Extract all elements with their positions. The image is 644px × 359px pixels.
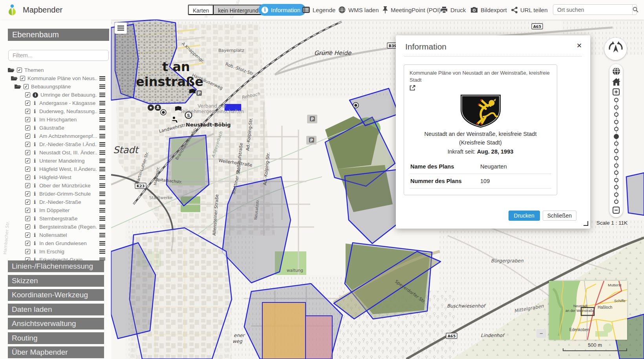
layer-menu-icon[interactable] <box>99 216 105 221</box>
tree-layer-label[interactable]: Neustadt Ost, III. Änder... <box>39 150 97 156</box>
layer-menu-icon[interactable] <box>99 192 105 196</box>
accordion-header[interactable]: Daten laden <box>8 304 104 315</box>
tree-layer-label[interactable]: Duderweg, Neufassung... <box>39 108 97 114</box>
layer-checkbox[interactable] <box>25 224 30 229</box>
layer-checkbox[interactable] <box>25 134 30 139</box>
info-icon[interactable]: i <box>33 117 37 123</box>
tree-layer-label[interactable]: Bergsteinstraße (Regen... <box>39 224 97 230</box>
info-icon[interactable]: i <box>33 224 37 230</box>
tree-layer-row[interactable]: iAndergasse - Käsgasse <box>0 99 111 107</box>
tree-layer-label[interactable]: Hägfeld West, II.Änderu... <box>39 166 97 172</box>
accordion-header[interactable]: Routing <box>8 332 104 344</box>
rotation-compass-control[interactable] <box>604 38 627 60</box>
layer-menu-icon[interactable] <box>99 117 105 122</box>
tree-folder-label[interactable]: Kommunale Pläne von Neus... <box>27 75 97 81</box>
accordion-header[interactable]: Koordinaten-Werkzeug <box>8 289 104 301</box>
layer-filter-input[interactable] <box>8 50 109 61</box>
layer-checkbox[interactable] <box>25 183 30 188</box>
tree-layer-label[interactable]: Hägfeld-West <box>39 174 71 180</box>
tree-layer-label[interactable]: Im Döppelter <box>39 207 70 213</box>
home-button[interactable] <box>612 78 620 86</box>
zoom-level-dot[interactable] <box>614 134 619 139</box>
external-link-icon[interactable] <box>410 85 415 92</box>
tree-folder-row[interactable]: Themen <box>0 66 111 74</box>
info-icon[interactable]: i <box>33 183 37 189</box>
layer-menu-icon[interactable] <box>99 142 105 147</box>
tree-layer-label[interactable]: Dr.-Nieder-Straße <box>39 199 81 205</box>
information-button[interactable]: i Information <box>258 4 306 16</box>
zoom-level-dot[interactable] <box>614 149 618 153</box>
layer-checkbox[interactable] <box>25 167 30 172</box>
zoom-level-dot[interactable] <box>614 120 618 124</box>
info-icon[interactable]: i <box>33 207 37 213</box>
zoom-to-extent-button[interactable] <box>612 67 620 75</box>
layer-checkbox[interactable] <box>25 125 30 130</box>
tree-layer-label[interactable]: Nollensattel <box>39 232 67 238</box>
tree-layer-row[interactable]: iIm Hirschgarten <box>0 115 111 124</box>
tree-layer-row[interactable]: iNeustadt Ost, III. Änder... <box>0 148 111 157</box>
close-icon[interactable] <box>574 41 584 50</box>
meetingpoint-button[interactable]: MeetingPoint (POI) <box>382 0 441 20</box>
layer-menu-icon[interactable] <box>99 84 105 89</box>
info-icon[interactable]: i <box>33 100 37 106</box>
layer-checkbox[interactable] <box>25 150 30 155</box>
layer-menu-icon[interactable] <box>99 249 105 254</box>
tree-layer-label[interactable]: Andergasse - Käsgasse <box>39 100 95 106</box>
tree-layer-row[interactable]: iSternbergstraße <box>0 214 111 223</box>
layer-checkbox[interactable] <box>25 117 30 122</box>
zoom-level-dot[interactable] <box>614 156 618 160</box>
zoom-level-dot[interactable] <box>614 170 618 175</box>
layer-menu-icon[interactable] <box>99 93 105 97</box>
tree-layer-label[interactable]: Umringe der Bebauung... <box>40 92 97 98</box>
accordion-header[interactable]: Linien-/Flächenmessung <box>8 260 104 272</box>
layer-checkbox[interactable] <box>25 241 30 246</box>
layer-checkbox[interactable] <box>25 175 30 180</box>
tree-layer-row[interactable]: iDr.-Nieder-Straße I.Änd... <box>0 140 111 148</box>
layer-checkbox[interactable] <box>25 208 30 213</box>
info-icon[interactable]: i <box>33 216 37 222</box>
info-icon[interactable]: i <box>33 240 37 246</box>
accordion-header[interactable]: Skizzen <box>8 275 104 287</box>
layer-menu-icon[interactable] <box>99 159 105 163</box>
tree-layer-row[interactable]: iIn den Grundwiesen <box>0 239 111 247</box>
tree-layer-row[interactable]: iIm Erschig <box>0 247 111 256</box>
layer-menu-icon[interactable] <box>99 233 105 237</box>
layer-menu-icon[interactable] <box>99 134 105 138</box>
zoom-level-dot[interactable] <box>614 98 618 102</box>
tree-layer-label[interactable]: In den Grundwiesen <box>39 240 87 246</box>
drucken-button[interactable]: Drucken <box>509 211 540 221</box>
info-icon[interactable]: i <box>33 141 37 147</box>
layer-menu-icon[interactable] <box>99 167 105 171</box>
layer-checkbox[interactable] <box>20 76 25 81</box>
zoom-level-dot[interactable] <box>614 112 618 117</box>
info-icon[interactable]: i <box>33 249 37 255</box>
zoom-out-button[interactable] <box>613 207 620 214</box>
info-icon[interactable]: i <box>33 191 37 197</box>
layer-menu-icon[interactable] <box>99 200 105 204</box>
layer-checkbox[interactable] <box>25 158 30 163</box>
tree-layer-label[interactable]: Im Hirschgarten <box>39 117 77 123</box>
zoom-level-dot[interactable] <box>614 163 618 168</box>
info-icon[interactable]: i <box>33 232 37 238</box>
info-icon[interactable]: i <box>33 133 37 139</box>
info-icon[interactable]: i <box>33 199 37 205</box>
accordion-header[interactable]: Ansichtsverwaltung <box>8 318 104 330</box>
layer-checkbox[interactable] <box>25 109 30 114</box>
zoom-in-button[interactable] <box>613 88 620 95</box>
info-icon[interactable]: i <box>33 158 37 164</box>
info-icon[interactable]: i <box>33 174 37 180</box>
overview-map[interactable]: MutterstSchiffeHaßlochNeustadtan der Wei… <box>549 281 627 340</box>
tree-layer-row[interactable]: iHägfeld West, II.Änderu... <box>0 165 111 173</box>
tree-layer-label[interactable]: Gäustraße <box>39 125 64 131</box>
accordion-header[interactable]: Über Mapbender <box>8 346 104 358</box>
zoom-level-dot[interactable] <box>614 178 618 182</box>
zoom-level-dot[interactable] <box>614 200 618 204</box>
layer-menu-icon[interactable] <box>99 109 105 114</box>
layer-checkbox[interactable] <box>25 101 30 106</box>
layer-checkbox[interactable] <box>25 216 30 221</box>
legende-button[interactable]: Legende <box>302 0 335 20</box>
zoom-slider[interactable] <box>614 98 618 204</box>
info-icon[interactable]: i <box>33 150 37 156</box>
search-button[interactable] <box>632 5 639 15</box>
url-teilen-button[interactable]: URL teilen <box>511 0 547 20</box>
